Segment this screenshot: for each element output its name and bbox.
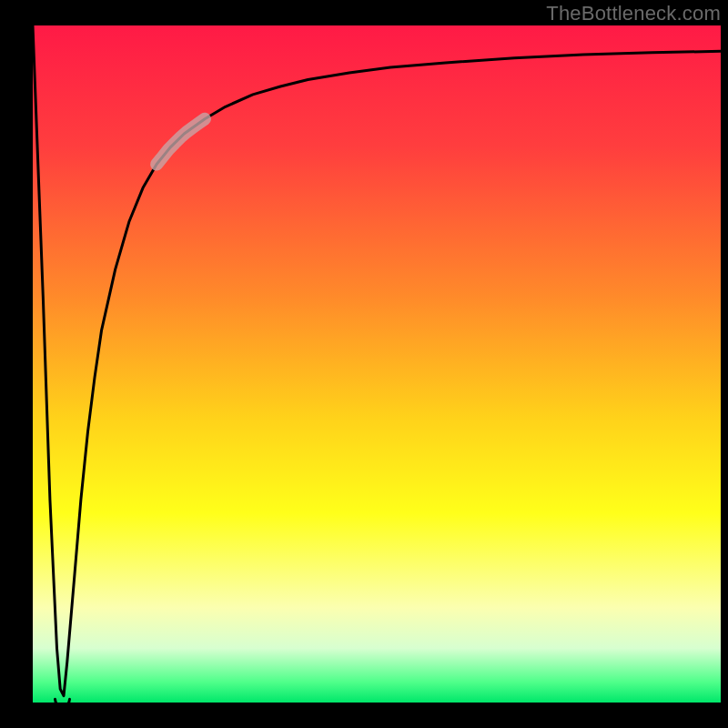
plot-background <box>33 25 721 703</box>
bottleneck-chart <box>0 0 728 728</box>
chart-frame: TheBottleneck.com <box>0 0 728 728</box>
